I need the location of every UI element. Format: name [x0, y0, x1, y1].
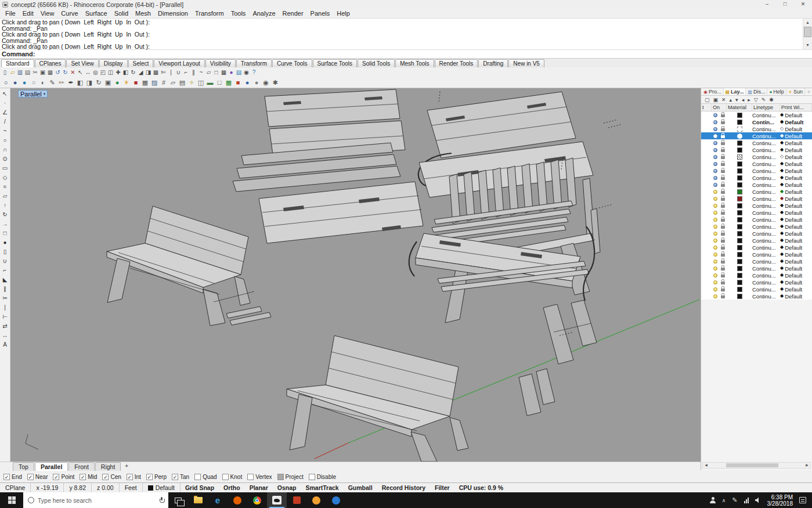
layer-lock-icon[interactable] [721, 268, 725, 271]
layer-material-swatch[interactable] [737, 224, 742, 229]
layer-on-bulb-icon[interactable] [713, 218, 717, 222]
layer-linetype[interactable]: Continu... [752, 140, 780, 146]
status-pane-gumball[interactable]: Gumball [344, 484, 377, 491]
close-button[interactable]: ✕ [794, 0, 812, 9]
env-icon[interactable]: ▦ [224, 78, 233, 88]
rendered-icon[interactable]: ● [20, 78, 29, 88]
layer-lock-icon[interactable] [721, 254, 725, 257]
layer-lock-icon[interactable] [721, 170, 725, 173]
layer-lock-icon[interactable] [721, 275, 725, 278]
layer-lock-icon[interactable] [721, 219, 725, 222]
osnap-cen[interactable]: ✓Cen [102, 474, 121, 480]
ellipse-icon[interactable]: ⊙ [1, 154, 10, 164]
layer-linetype[interactable]: Continu... [752, 251, 780, 258]
move-up-icon[interactable]: ▴ [730, 97, 732, 103]
layer-on-bulb-icon[interactable] [713, 148, 717, 152]
layer-on-bulb-icon[interactable] [713, 266, 717, 271]
layer-row[interactable]: Continu...◆Default [701, 272, 812, 279]
layer-material-swatch[interactable] [737, 287, 742, 292]
material-icon[interactable]: ■ [131, 78, 140, 88]
gray-sphere-icon[interactable]: ● [252, 78, 261, 88]
layer-print-width[interactable]: Default [785, 230, 802, 237]
capture-icon[interactable]: ◉ [261, 78, 270, 88]
layer-lock-icon[interactable] [721, 233, 725, 236]
menu-transform[interactable]: Transform [192, 9, 228, 18]
app-blue-icon[interactable] [326, 492, 346, 508]
layer-print-width[interactable]: Default [785, 244, 802, 251]
viewport-tab-right[interactable]: Right [95, 462, 121, 471]
layer-lock-icon[interactable] [721, 114, 725, 117]
status-pane-osnap[interactable]: Osnap [273, 484, 301, 491]
scroll-up-icon[interactable] [803, 19, 812, 27]
layer-print-width[interactable]: Default [785, 196, 802, 202]
mesh-icon[interactable]: ▦ [220, 68, 228, 77]
checkbox[interactable] [277, 474, 284, 480]
zoom-icon[interactable]: ◎ [92, 68, 99, 77]
layer-row[interactable]: Continu...◆Default [701, 258, 812, 265]
zoom-extents-icon[interactable]: ◫ [107, 68, 114, 77]
wireframe-icon[interactable]: ○ [1, 78, 10, 88]
layer-row[interactable]: Continu...◆Default [701, 146, 812, 153]
viewport-tab-front[interactable]: Front [68, 462, 95, 471]
status-pane-planar[interactable]: Planar [245, 484, 273, 491]
shade-selected-icon[interactable]: ◨ [85, 78, 94, 88]
layer-on-bulb-icon[interactable] [713, 204, 717, 208]
paste-icon[interactable]: ▦ [46, 68, 54, 77]
panel-tab-sun[interactable]: ☀Sun [786, 88, 805, 95]
layer-material-swatch[interactable] [737, 161, 742, 167]
layer-linetype[interactable]: Continu... [752, 175, 780, 181]
layer-material-swatch[interactable] [737, 203, 742, 208]
layer-lock-icon[interactable] [721, 289, 725, 291]
layer-print-width[interactable]: Default [785, 119, 803, 125]
layer-print-width[interactable]: Default [785, 251, 802, 258]
layer-linetype[interactable]: Continu... [752, 147, 780, 153]
osnap-vertex[interactable]: Vertex [247, 474, 272, 480]
layer-linetype[interactable]: Contin... [752, 119, 780, 125]
layer-print-width[interactable]: Default [785, 147, 802, 153]
layer-on-bulb-icon[interactable] [713, 176, 717, 180]
layer-print-width[interactable]: Default [785, 217, 802, 223]
layer-print-width[interactable]: Default [785, 140, 802, 146]
extrude-icon[interactable]: ↑ [1, 201, 10, 210]
scrollbar-thumb[interactable] [804, 27, 811, 37]
cplane-icon[interactable]: ▱ [168, 78, 178, 88]
layer-lock-icon[interactable] [721, 247, 725, 250]
help-icon[interactable]: ? [250, 68, 258, 77]
layer-lock-icon[interactable] [721, 226, 725, 229]
layer-row[interactable]: Continu...◆Default [701, 279, 812, 286]
scroll-right-icon[interactable] [804, 463, 810, 468]
checkbox[interactable]: ✓ [3, 474, 10, 480]
pen-icon[interactable]: ✎ [732, 496, 737, 504]
line-icon[interactable]: / [1, 117, 10, 127]
layer-row[interactable]: Continu...◆Default [701, 223, 812, 230]
ground-plane-icon[interactable]: ▬ [205, 78, 215, 88]
layer-linetype[interactable]: Continu... [752, 203, 780, 209]
add-viewport-tab[interactable]: + [121, 462, 132, 471]
layer-lock-icon[interactable] [721, 184, 725, 187]
layer-on-bulb-icon[interactable] [713, 197, 717, 201]
checkbox[interactable] [247, 474, 254, 480]
toolbar-tab-solid-tools[interactable]: Solid Tools [358, 59, 395, 67]
action-center-icon[interactable] [799, 497, 806, 503]
layer-linetype[interactable]: Continu... [752, 286, 780, 293]
app-orange-icon[interactable] [306, 492, 326, 508]
offset-icon[interactable]: ∥ [190, 68, 197, 77]
layer-row[interactable]: Continu...◆Default [701, 111, 812, 118]
layer-print-width[interactable]: Default [785, 210, 802, 216]
taskbar-search[interactable]: Type here to search [23, 492, 168, 508]
osnap-tan[interactable]: ✓Tan [172, 474, 189, 480]
layer-lock-icon[interactable] [721, 282, 725, 284]
layer-lock-icon[interactable] [721, 135, 725, 138]
layer-on-bulb-icon[interactable] [713, 211, 717, 215]
layer-material-swatch[interactable] [737, 134, 742, 139]
minimize-button[interactable]: – [758, 0, 776, 9]
checkbox[interactable]: ✓ [53, 474, 59, 480]
layer-on-bulb-icon[interactable] [713, 113, 717, 117]
ghosted-icon[interactable]: ○ [29, 78, 38, 88]
toolbar-tab-drafting[interactable]: Drafting [478, 59, 508, 67]
xray-icon[interactable]: ◐ [38, 78, 48, 88]
chrome-icon[interactable] [247, 492, 267, 508]
toolbar-tab-cplanes[interactable]: CPlanes [35, 59, 66, 67]
clipping-plane-icon[interactable]: ◫ [196, 78, 205, 88]
cylinder-icon[interactable]: ▯ [1, 247, 10, 257]
